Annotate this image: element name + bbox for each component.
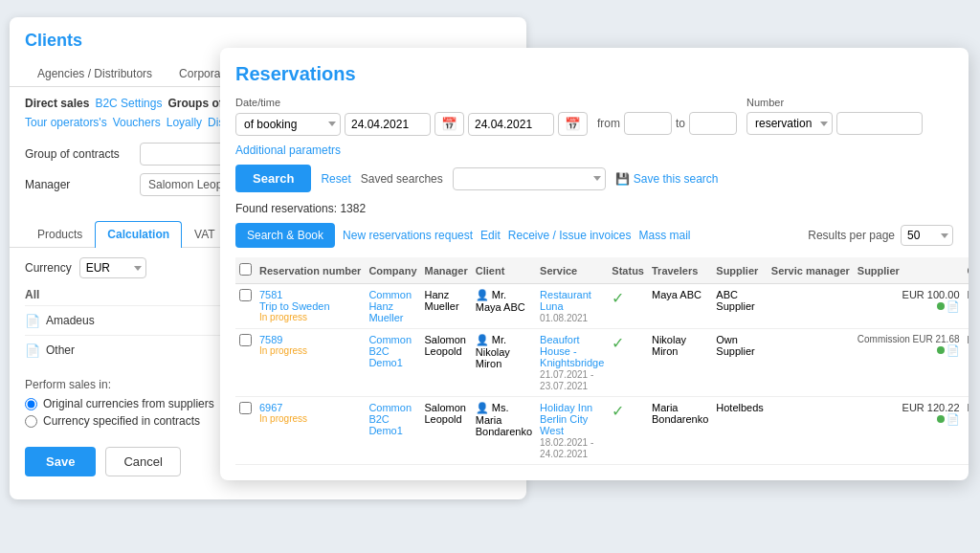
td-manager: Hanz Mueller (421, 284, 472, 329)
doc-icon: 📄 (947, 300, 960, 312)
td-company: Common Hanz Mueller (365, 284, 420, 329)
date-to-input[interactable] (468, 113, 554, 136)
to-input[interactable] (689, 112, 737, 135)
td-supplier-eur: EUR 120.22 📄 (854, 397, 964, 465)
radio-specified-input[interactable] (25, 415, 37, 428)
doc-icon-other: 📄 (25, 343, 40, 358)
service-name-link[interactable]: Restaurant Luna (540, 289, 591, 312)
saved-searches-select[interactable] (453, 167, 606, 190)
td-status: ✓ (608, 284, 648, 329)
save-search-icon: 💾 (615, 172, 630, 186)
res-status-badge: In progress (259, 345, 361, 356)
new-reservations-link[interactable]: New reservations request (343, 229, 473, 242)
reset-link[interactable]: Reset (321, 172, 350, 186)
td-supplier-name: Hotelbeds (712, 397, 768, 465)
save-button[interactable]: Save (25, 447, 96, 476)
company-link[interactable]: Common (368, 289, 412, 300)
select-all-checkbox[interactable] (239, 263, 252, 276)
reservation-type-select[interactable]: reservation (746, 112, 833, 135)
additional-params-link[interactable]: Additional parametrs (235, 144, 953, 157)
fromto-col: from to (597, 97, 737, 135)
receive-issue-link[interactable]: Receive / Issue invoices (508, 229, 632, 242)
results-per-page-label: Results per page (808, 229, 895, 242)
supplier-eur-value: EUR 100.00 (858, 289, 960, 300)
th-supplier-name: Supplier (712, 257, 768, 284)
calendar-to-btn[interactable]: 📅 (558, 112, 588, 136)
row-checkbox[interactable] (239, 402, 252, 414)
company2-link[interactable]: B2C Demo1 (368, 345, 402, 368)
company2-link[interactable]: B2C Demo1 (368, 413, 402, 436)
td-supplier-name: Own Supplier (712, 329, 768, 397)
search-form: Date/time of booking 📅 📅 from to Number (235, 97, 953, 136)
sub-nav-b2c[interactable]: B2C Settings (95, 97, 162, 110)
service-dates: 01.08.2021 (540, 313, 588, 323)
supplier-eur-value: EUR 120.22 (858, 402, 960, 413)
radio-original-input[interactable] (25, 398, 37, 410)
td-company: Common B2C Demo1 (365, 329, 420, 397)
res-num-link[interactable]: 6967 (259, 402, 282, 413)
currency-label: Currency (25, 261, 72, 275)
client-person-icon: 👤 (476, 402, 489, 413)
supplier-status-dots: 📄 (858, 413, 960, 426)
markup-name-other: 📄 Other (25, 343, 75, 358)
edit-link[interactable]: Edit (480, 229, 501, 242)
search-button[interactable]: Search (235, 165, 311, 192)
company-link[interactable]: Common (368, 402, 412, 413)
calendar-from-btn[interactable]: 📅 (434, 112, 464, 136)
company-link[interactable]: Common (368, 334, 412, 345)
th-supplier-eur: Supplier (854, 257, 964, 284)
td-supplier-name: ABC Supplier (712, 284, 768, 329)
client-person-icon: 👤 (476, 334, 489, 345)
reservation-number-input[interactable] (836, 112, 923, 135)
td-client-eur: EUR 396.00 📄 (964, 329, 969, 397)
sub-nav-vouchers[interactable]: Vouchers (113, 116, 161, 129)
reservations-panel: Reservations Date/time of booking 📅 📅 fr… (220, 48, 969, 480)
res-num-link[interactable]: 7589 (259, 334, 282, 345)
res-name-link[interactable]: Trip to Sweden (259, 300, 330, 312)
per-page-select[interactable]: 50 (901, 225, 953, 246)
th-client-eur: Client (964, 257, 969, 284)
service-dates: 21.07.2021 - 23.07.2021 (540, 369, 593, 391)
from-label: from (597, 117, 620, 130)
dot-green-icon (937, 415, 945, 423)
th-status: Status (608, 257, 648, 284)
td-res-num: 6967 In progress (256, 397, 365, 465)
th-manager: Manager (421, 257, 472, 284)
currency-select[interactable]: EUR (79, 257, 146, 278)
res-status-badge: In progress (259, 413, 361, 424)
commission-value: Commission EUR 21.68 (858, 334, 960, 344)
sub-nav-loyally[interactable]: Loyally (167, 116, 202, 129)
inner-tab-products[interactable]: Products (25, 221, 95, 247)
search-book-button[interactable]: Search & Book (235, 223, 335, 248)
td-client-eur: EUR 132.24 📄 (964, 397, 969, 465)
service-name-link[interactable]: Holiday Inn Berlin City West (540, 402, 592, 436)
radio-original-label: Original currencies from suppliers (43, 397, 214, 410)
company2-link[interactable]: Hanz Mueller (368, 300, 403, 323)
client-eur-value: EUR 396.00 (968, 334, 969, 345)
results-toolbar: Search & Book New reservations request E… (235, 223, 953, 248)
th-reservation-number: Reservation number (256, 257, 365, 284)
tab-agencies[interactable]: Agencies / Distributors (25, 60, 165, 86)
save-search-link[interactable]: 💾 Save this search (615, 172, 719, 186)
th-service-manager: Servic manager (768, 257, 854, 284)
service-name-link[interactable]: Beaufort House - Knightsbridge (540, 334, 604, 368)
td-travelers: Maria Bondarenko (648, 397, 712, 465)
from-input[interactable] (624, 112, 672, 135)
inner-tab-calculation[interactable]: Calculation (95, 221, 182, 248)
markup-other-label: Other (46, 343, 75, 357)
fromto-spacer (597, 97, 737, 108)
res-num-link[interactable]: 7581 (259, 289, 282, 300)
date-from-input[interactable] (345, 113, 431, 136)
cancel-button[interactable]: Cancel (105, 447, 180, 476)
mass-mail-link[interactable]: Mass mail (639, 229, 691, 242)
th-travelers: Travelers (648, 257, 712, 284)
client-status-dots: 📄 (968, 300, 969, 313)
td-service-manager (768, 329, 854, 397)
row-checkbox[interactable] (239, 289, 252, 301)
row-checkbox[interactable] (239, 334, 252, 346)
td-res-num: 7581 Trip to Sweden In progress (256, 284, 365, 329)
toolbar-left: Search & Book New reservations request E… (235, 223, 691, 248)
booking-type-select[interactable]: of booking (235, 113, 341, 136)
status-check-icon: ✓ (612, 335, 624, 351)
sub-nav-tour-ops[interactable]: Tour operators's (25, 116, 107, 129)
